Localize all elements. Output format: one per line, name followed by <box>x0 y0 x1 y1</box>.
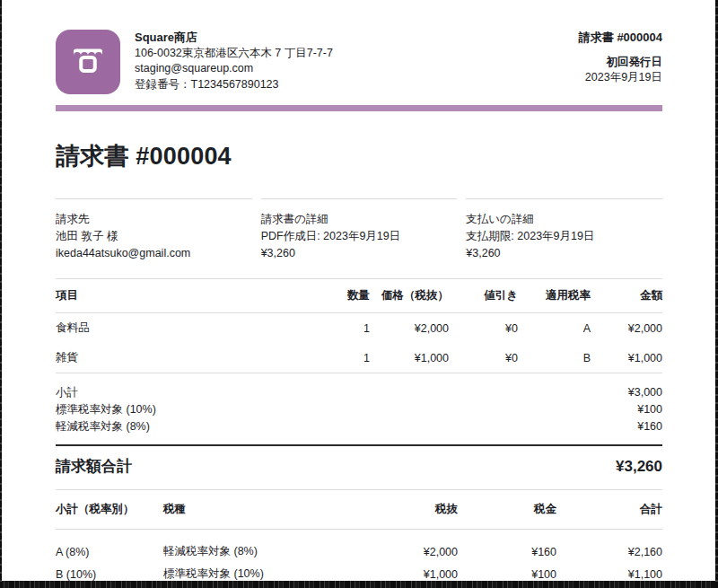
item-name: 食料品 <box>56 313 307 344</box>
invoice-page: Square商店 106-0032東京都港区六本木 7 丁目7-7-7 stag… <box>0 0 718 588</box>
merchant-info: Square商店 106-0032東京都港区六本木 7 丁目7-7-7 stag… <box>135 30 333 92</box>
customer-name: 池田 敦子 様 <box>56 228 252 245</box>
tax-type: 軽減税率対象 (8%) <box>163 530 352 564</box>
standard-tax-value: ¥100 <box>637 401 662 418</box>
col-header-price: 価格（税抜） <box>370 279 449 313</box>
storefront-icon <box>70 42 106 82</box>
viewer-edge-left <box>0 0 2 588</box>
item-discount: ¥0 <box>449 343 518 373</box>
col-header-tax-type: 税種 <box>163 490 352 530</box>
invoice-header: Square商店 106-0032東京都港区六本木 7 丁目7-7-7 stag… <box>56 0 662 94</box>
table-row: A (8%) 軽減税率対象 (8%) ¥2,000 ¥160 ¥2,160 <box>56 530 662 564</box>
merchant-logo <box>56 30 120 94</box>
reduced-tax-value: ¥160 <box>637 418 662 435</box>
invoice-info-columns: 請求先 池田 敦子 様 ikeda44atsuko@gmail.com 請求書の… <box>56 198 662 262</box>
item-tax-code: B <box>518 343 591 373</box>
customer-email: ikeda44atsuko@gmail.com <box>56 245 252 262</box>
item-tax-code: A <box>518 313 591 344</box>
item-qty: 1 <box>307 343 370 373</box>
col-header-tax: 税金 <box>458 490 556 530</box>
subtotal-section: 小計 ¥3,000 標準税率対象 (10%) ¥100 軽減税率対象 (8%) … <box>56 384 662 435</box>
pdf-created-date: PDF作成日: 2023年9月19日 <box>261 228 458 245</box>
bill-to-heading: 請求先 <box>56 211 252 228</box>
tax-breakdown-table: 小計（税率別） 税種 税抜 税金 合計 A (8%) 軽減税率対象 (8%) ¥… <box>56 490 662 585</box>
grand-total-label: 請求額合計 <box>56 456 132 477</box>
issue-date: 2023年9月19日 <box>579 70 662 85</box>
col-header-subtotal-by-rate: 小計（税率別） <box>56 490 163 530</box>
grand-total-value: ¥3,260 <box>616 458 662 476</box>
standard-tax-label: 標準税率対象 (10%) <box>56 401 156 418</box>
subtotal-label: 小計 <box>56 384 78 401</box>
col-header-discount: 値引き <box>449 279 518 313</box>
tax-amount: ¥160 <box>458 530 556 564</box>
items-header-row: 項目 数量 価格（税抜） 値引き 適用税率 金額 <box>56 279 662 313</box>
col-header-amount: 金額 <box>591 279 662 313</box>
subtotal-row: 小計 ¥3,000 <box>56 384 662 401</box>
col-header-item: 項目 <box>56 279 307 313</box>
col-header-tax-rate: 適用税率 <box>518 279 591 313</box>
page-title: 請求書 #000004 <box>56 141 662 171</box>
merchant-address: 106-0032東京都港区六本木 7 丁目7-7-7 <box>135 46 333 62</box>
bill-to-section: 請求先 池田 敦子 様 ikeda44atsuko@gmail.com <box>56 198 252 262</box>
invoice-meta: 請求書 #000004 初回発行日 2023年9月19日 <box>579 30 662 85</box>
payment-amount: ¥3,260 <box>466 245 662 262</box>
cutoff-content-band <box>0 581 718 588</box>
grand-total-row: 請求額合計 ¥3,260 <box>56 444 662 490</box>
col-header-total: 合計 <box>556 490 662 530</box>
item-amount: ¥1,000 <box>591 343 662 373</box>
issue-date-label: 初回発行日 <box>579 55 662 70</box>
col-header-qty: 数量 <box>307 279 370 313</box>
merchant-registration: 登録番号：T1234567890123 <box>135 77 333 93</box>
reduced-tax-label: 軽減税率対象 (8%) <box>56 418 150 435</box>
invoice-details-section: 請求書の詳細 PDF作成日: 2023年9月19日 ¥3,260 <box>261 198 458 262</box>
item-discount: ¥0 <box>449 313 518 344</box>
tax-code: A (8%) <box>56 530 163 564</box>
payment-due-date: 支払期限: 2023年9月19日 <box>466 228 662 245</box>
table-row: 雑貨 1 ¥1,000 ¥0 B ¥1,000 <box>56 343 662 373</box>
payment-details-heading: 支払いの詳細 <box>466 211 662 228</box>
payment-details-section: 支払いの詳細 支払期限: 2023年9月19日 ¥3,260 <box>466 198 662 262</box>
tax-header-row: 小計（税率別） 税種 税抜 税金 合計 <box>56 490 662 530</box>
reduced-tax-row: 軽減税率対象 (8%) ¥160 <box>56 418 662 435</box>
invoice-number: 請求書 #000004 <box>579 30 662 45</box>
accent-divider-bar <box>56 105 662 111</box>
table-row: 食料品 1 ¥2,000 ¥0 A ¥2,000 <box>56 313 662 344</box>
standard-tax-row: 標準税率対象 (10%) ¥100 <box>56 401 662 418</box>
item-name: 雑貨 <box>56 343 307 373</box>
tax-total: ¥2,160 <box>556 530 662 564</box>
item-price: ¥1,000 <box>370 343 449 373</box>
tax-net: ¥2,000 <box>352 530 458 564</box>
subtotal-value: ¥3,000 <box>628 384 662 401</box>
line-items-table: 項目 数量 価格（税抜） 値引き 適用税率 金額 食料品 1 ¥2,000 ¥0… <box>56 278 662 373</box>
invoice-details-heading: 請求書の詳細 <box>261 211 458 228</box>
merchant-email: staging@squareup.com <box>135 61 333 77</box>
item-amount: ¥2,000 <box>591 313 662 344</box>
col-header-net: 税抜 <box>352 490 458 530</box>
invoice-amount: ¥3,260 <box>261 245 458 262</box>
merchant-name: Square商店 <box>135 30 333 46</box>
item-qty: 1 <box>307 313 370 344</box>
item-price: ¥2,000 <box>370 313 449 344</box>
